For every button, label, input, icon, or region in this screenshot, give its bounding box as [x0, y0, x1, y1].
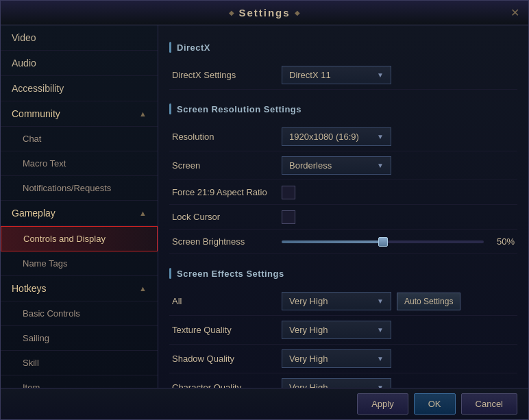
force-aspect-checkbox[interactable]	[282, 186, 295, 199]
apply-button[interactable]: Apply	[357, 393, 408, 415]
lock-cursor-label: Lock Cursor	[172, 212, 282, 222]
sidebar-item-basic-controls[interactable]: Basic Controls	[1, 301, 158, 326]
sidebar-item-controls-display[interactable]: Controls and Display	[1, 226, 158, 251]
sidebar-item-gameplay-label: Gameplay	[12, 208, 56, 219]
row-character-quality: Character Quality Very High ▼	[169, 373, 517, 388]
sidebar-item-video[interactable]: Video	[1, 25, 158, 51]
sidebar-item-audio-label: Audio	[12, 58, 36, 69]
sidebar-item-item-label: Item	[23, 382, 40, 388]
character-quality-control: Very High ▼	[282, 378, 515, 388]
row-force-aspect: Force 21:9 Aspect Ratio	[169, 180, 517, 205]
section-directx-title: DirectX	[177, 42, 210, 53]
sidebar-item-community[interactable]: Community ▲	[1, 101, 158, 127]
all-dropdown[interactable]: Very High ▼	[282, 292, 391, 310]
shadow-quality-label: Shadow Quality	[172, 354, 282, 364]
hotkeys-chevron-icon: ▲	[139, 284, 147, 293]
force-aspect-control	[282, 186, 515, 199]
screen-label: Screen	[172, 160, 282, 171]
sidebar-item-basic-controls-label: Basic Controls	[23, 308, 80, 319]
sidebar-item-hotkeys-label: Hotkeys	[12, 283, 47, 294]
section-resolution-title: Screen Resolution Settings	[177, 104, 302, 114]
sidebar: Video Audio Accessibility Community ▲ Ch…	[1, 25, 158, 388]
screen-dropdown-arrow-icon: ▼	[377, 162, 384, 169]
section-resolution-header: Screen Resolution Settings	[169, 103, 517, 114]
texture-quality-dropdown[interactable]: Very High ▼	[282, 321, 391, 339]
character-quality-arrow-icon: ▼	[377, 384, 384, 388]
texture-quality-label: Texture Quality	[172, 325, 282, 335]
settings-window: Settings ✕ Video Audio Accessibility Com…	[0, 0, 529, 420]
sidebar-item-name-tags-label: Name Tags	[23, 258, 68, 269]
brightness-label: Screen Brightness	[172, 236, 282, 247]
texture-quality-arrow-icon: ▼	[377, 326, 384, 334]
window-title: Settings	[238, 7, 290, 18]
all-label: All	[172, 296, 282, 306]
row-shadow-quality: Shadow Quality Very High ▼	[169, 345, 517, 373]
shadow-quality-dropdown[interactable]: Very High ▼	[282, 349, 391, 368]
row-directx-settings: DirectX Settings DirectX 11 ▼	[169, 61, 517, 90]
directx-settings-dropdown[interactable]: DirectX 11 ▼	[282, 66, 391, 84]
resolution-dropdown-arrow-icon: ▼	[377, 133, 384, 140]
lock-cursor-control	[282, 210, 515, 224]
sep-1	[169, 90, 517, 98]
gameplay-chevron-icon: ▲	[139, 209, 147, 217]
sidebar-item-accessibility-label: Accessibility	[12, 83, 64, 94]
resolution-dropdown[interactable]: 1920x1080 (16:9) ▼	[282, 127, 391, 146]
sidebar-item-gameplay[interactable]: Gameplay ▲	[1, 201, 158, 226]
resolution-value: 1920x1080 (16:9)	[289, 132, 359, 142]
brightness-slider-thumb[interactable]	[378, 237, 388, 247]
directx-dropdown-arrow-icon: ▼	[377, 71, 384, 79]
shadow-quality-arrow-icon: ▼	[377, 355, 384, 362]
directx-settings-control: DirectX 11 ▼	[282, 66, 515, 84]
sep-2	[169, 254, 517, 262]
row-resolution: Resolution 1920x1080 (16:9) ▼	[169, 123, 517, 151]
ok-button[interactable]: OK	[414, 393, 456, 415]
sidebar-item-sailing-label: Sailing	[23, 333, 49, 343]
brightness-slider-value: 50%	[491, 236, 515, 247]
cancel-button[interactable]: Cancel	[461, 393, 517, 415]
section-effects-header: Screen Effects Settings	[169, 268, 517, 279]
character-quality-value: Very High	[289, 382, 328, 388]
sidebar-item-audio[interactable]: Audio	[1, 51, 158, 76]
sidebar-item-macro-text-label: Macro Text	[23, 158, 66, 169]
character-quality-label: Character Quality	[172, 382, 282, 388]
all-dropdown-arrow-icon: ▼	[377, 297, 384, 305]
sidebar-item-skill[interactable]: Skill	[1, 351, 158, 375]
lock-cursor-checkbox[interactable]	[282, 210, 295, 224]
footer: Apply OK Cancel	[1, 388, 528, 419]
sidebar-item-chat[interactable]: Chat	[1, 127, 158, 151]
close-button[interactable]: ✕	[508, 6, 521, 20]
all-control: Very High ▼ Auto Settings	[282, 292, 515, 310]
texture-quality-control: Very High ▼	[282, 321, 515, 339]
row-screen: Screen Borderless ▼	[169, 151, 517, 180]
sidebar-item-item[interactable]: Item	[1, 375, 158, 388]
screen-dropdown[interactable]: Borderless ▼	[282, 156, 391, 175]
directx-settings-value: DirectX 11	[289, 70, 331, 80]
row-lock-cursor: Lock Cursor	[169, 205, 517, 230]
title-decoration: Settings	[229, 7, 299, 18]
texture-quality-value: Very High	[289, 325, 328, 335]
sidebar-item-hotkeys[interactable]: Hotkeys ▲	[1, 276, 158, 301]
sidebar-item-accessibility[interactable]: Accessibility	[1, 76, 158, 101]
resolution-control: 1920x1080 (16:9) ▼	[282, 127, 515, 146]
sidebar-item-controls-display-label: Controls and Display	[23, 234, 106, 244]
section-effects-title: Screen Effects Settings	[177, 269, 284, 279]
shadow-quality-control: Very High ▼	[282, 349, 515, 368]
content-area: Video Audio Accessibility Community ▲ Ch…	[1, 25, 528, 388]
brightness-control: 50%	[282, 236, 515, 247]
sidebar-item-name-tags[interactable]: Name Tags	[1, 251, 158, 276]
title-bar: Settings ✕	[1, 1, 528, 25]
sidebar-item-macro-text[interactable]: Macro Text	[1, 151, 158, 176]
character-quality-dropdown[interactable]: Very High ▼	[282, 378, 391, 388]
sidebar-item-video-label: Video	[12, 32, 36, 43]
resolution-label: Resolution	[172, 132, 282, 142]
sidebar-item-notifications[interactable]: Notifications/Requests	[1, 176, 158, 201]
auto-settings-button[interactable]: Auto Settings	[397, 293, 460, 310]
community-chevron-icon: ▲	[139, 110, 147, 118]
sidebar-item-skill-label: Skill	[23, 358, 39, 368]
sidebar-item-chat-label: Chat	[23, 134, 41, 144]
screen-control: Borderless ▼	[282, 156, 515, 175]
sidebar-item-sailing[interactable]: Sailing	[1, 326, 158, 351]
directx-settings-label: DirectX Settings	[172, 70, 282, 80]
row-texture-quality: Texture Quality Very High ▼	[169, 316, 517, 345]
brightness-slider-track[interactable]	[282, 240, 484, 243]
